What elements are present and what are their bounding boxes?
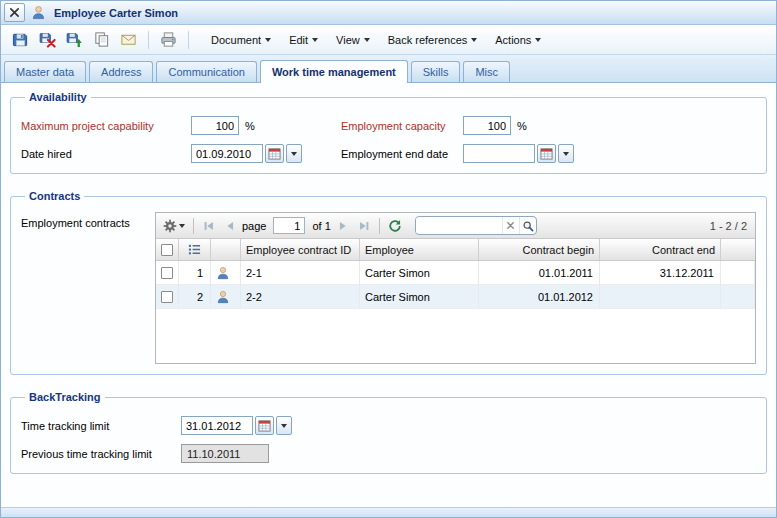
search-submit-button[interactable] — [519, 217, 536, 234]
titlebar: Employee Carter Simon — [1, 1, 776, 25]
import-button[interactable] — [63, 28, 86, 51]
employment-end-date-label: Employment end date — [341, 148, 463, 160]
record-range-label: 1 - 2 / 2 — [710, 220, 747, 232]
availability-group: Availability Maximum project capability … — [10, 91, 767, 174]
date-hired-dropdown-button[interactable] — [286, 144, 302, 163]
time-tracking-limit-dropdown-button[interactable] — [276, 416, 292, 435]
print-button[interactable] — [157, 28, 180, 51]
employment-end-date-input[interactable] — [463, 144, 535, 163]
row-number-cell: 1 — [179, 261, 211, 284]
employment-contracts-label: Employment contracts — [21, 212, 155, 229]
row-checkbox[interactable] — [156, 261, 179, 284]
discard-button[interactable] — [36, 28, 59, 51]
toolbar-separator — [188, 31, 189, 49]
tab-master-data[interactable]: Master data — [4, 61, 86, 82]
mail-button[interactable] — [117, 28, 140, 51]
row-number-cell: 2 — [179, 285, 211, 308]
column-header-employee[interactable]: Employee — [360, 239, 479, 260]
search-icon — [522, 220, 534, 232]
icon-column-header[interactable] — [211, 239, 241, 260]
menu-edit-label: Edit — [289, 34, 308, 46]
tab-skills[interactable]: Skills — [411, 61, 461, 82]
column-header-contract-begin[interactable]: Contract begin — [479, 239, 600, 260]
tabbar: Master data Address Communication Work t… — [1, 55, 776, 83]
grid-settings-button[interactable] — [161, 216, 187, 236]
nav-next-icon — [336, 219, 350, 233]
contracts-table: page of 1 — [155, 212, 756, 364]
grid-search — [415, 216, 537, 235]
tab-misc[interactable]: Misc — [463, 61, 510, 82]
copy-button[interactable] — [90, 28, 113, 51]
backtracking-legend: BackTracking — [25, 391, 105, 403]
time-tracking-limit-input[interactable] — [181, 416, 253, 435]
menu-view-label: View — [336, 34, 360, 46]
contract-id-cell: 2-1 — [241, 261, 360, 284]
dropdown-icon — [291, 152, 297, 156]
table-row[interactable]: 2 2-2 Carter Simon 01.01.2012 — [156, 285, 755, 309]
page-next-button[interactable] — [334, 216, 352, 236]
tab-work-time-management[interactable]: Work time management — [260, 60, 408, 83]
close-button[interactable] — [4, 3, 25, 22]
save-button[interactable] — [9, 28, 32, 51]
toolbar: Document Edit View Back references Actio… — [1, 25, 776, 55]
menu-actions-label: Actions — [495, 34, 531, 46]
nav-first-icon — [202, 219, 216, 233]
page-prev-button[interactable] — [221, 216, 239, 236]
discard-icon — [39, 31, 56, 48]
row-number-column-header[interactable] — [179, 239, 211, 260]
tab-label: Address — [101, 66, 141, 78]
copy-icon — [93, 31, 110, 48]
refresh-button[interactable] — [386, 216, 404, 236]
column-header-contract-end[interactable]: Contract end — [600, 239, 721, 260]
menu-actions[interactable]: Actions — [495, 34, 541, 46]
page-of-label: of 1 — [312, 220, 330, 232]
menu-caret-icon — [535, 38, 541, 42]
page-first-button[interactable] — [200, 216, 218, 236]
employee-icon — [216, 266, 230, 280]
calendar-icon — [258, 419, 271, 432]
table-row[interactable]: 1 2-1 Carter Simon 01.01.2011 31.12.2011 — [156, 261, 755, 285]
calendar-icon — [540, 147, 553, 160]
column-header-contract-id[interactable]: Employee contract ID — [241, 239, 360, 260]
row-number-icon — [188, 243, 201, 256]
contract-begin-cell: 01.01.2011 — [479, 261, 600, 284]
employment-capacity-label: Employment capacity — [341, 120, 463, 132]
app-window: Employee Carter Simon — [0, 0, 777, 518]
menu-back-references[interactable]: Back references — [388, 34, 477, 46]
nav-last-icon — [357, 219, 371, 233]
employee-cell: Carter Simon — [360, 285, 479, 308]
tab-label: Misc — [475, 66, 498, 78]
page-last-button[interactable] — [355, 216, 373, 236]
menu-view[interactable]: View — [336, 34, 370, 46]
search-clear-button[interactable] — [502, 217, 519, 234]
menu-document[interactable]: Document — [211, 34, 271, 46]
time-tracking-limit-calendar-button[interactable] — [255, 416, 274, 435]
time-tracking-limit-label: Time tracking limit — [21, 420, 181, 432]
date-hired-calendar-button[interactable] — [265, 144, 284, 163]
employee-icon — [31, 5, 46, 20]
select-all-checkbox[interactable] — [156, 239, 179, 260]
column-header-filler — [721, 239, 755, 260]
import-icon — [66, 31, 83, 48]
max-project-capability-input[interactable] — [191, 116, 239, 135]
row-icon-cell — [211, 261, 241, 284]
employment-end-date-calendar-button[interactable] — [537, 144, 556, 163]
availability-legend: Availability — [25, 91, 91, 103]
menu-caret-icon — [364, 38, 370, 42]
page-label: page — [242, 220, 266, 232]
tab-communication[interactable]: Communication — [156, 61, 256, 82]
tab-content: Availability Maximum project capability … — [1, 83, 776, 507]
row-checkbox[interactable] — [156, 285, 179, 308]
tab-address[interactable]: Address — [89, 61, 153, 82]
search-input[interactable] — [416, 218, 502, 233]
date-hired-input[interactable] — [191, 144, 263, 163]
menu-edit[interactable]: Edit — [289, 34, 318, 46]
contract-end-cell — [600, 285, 721, 308]
date-hired-label: Date hired — [21, 148, 191, 160]
filler-cell — [721, 285, 755, 308]
employment-end-date-dropdown-button[interactable] — [558, 144, 574, 163]
employment-capacity-input[interactable] — [463, 116, 511, 135]
checkbox-icon — [161, 291, 173, 303]
filler-cell — [721, 261, 755, 284]
page-number-input[interactable] — [273, 217, 305, 234]
